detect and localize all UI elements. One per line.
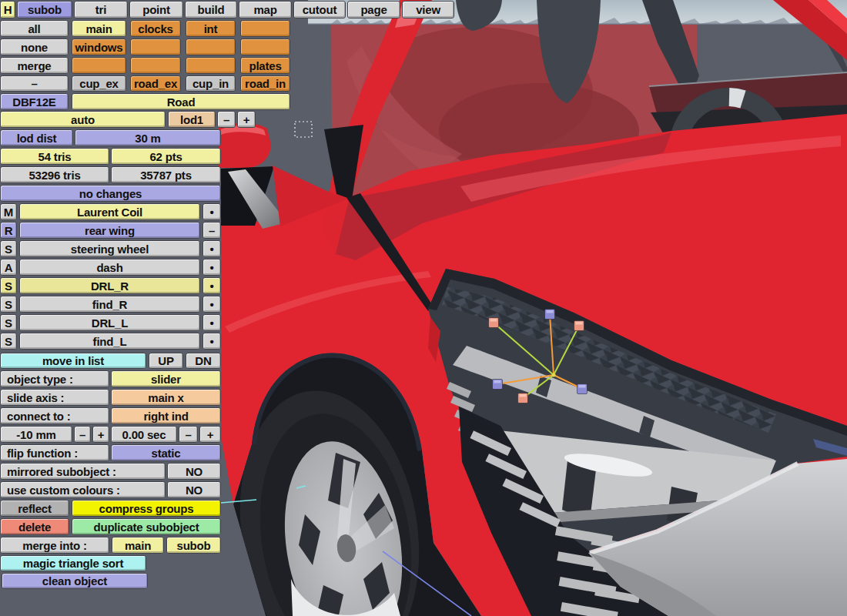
use-custom-colours-label[interactable]: use custom colours :	[0, 481, 166, 498]
subobj-vis-drl-r[interactable]: •	[203, 277, 221, 294]
car-id-button[interactable]: DBF12E	[0, 93, 69, 110]
subobj-vis-drl-l[interactable]: •	[203, 314, 221, 331]
tab-map[interactable]: map	[239, 1, 292, 18]
use-custom-colours-value[interactable]: NO	[167, 481, 221, 498]
total-tris-count[interactable]: 53296 tris	[0, 166, 109, 183]
distance-plus-button[interactable]: +	[92, 426, 109, 443]
group-empty-2[interactable]	[130, 38, 181, 55]
select-none-button[interactable]: none	[0, 38, 69, 55]
flip-function-label[interactable]: flip function :	[0, 444, 109, 461]
tab-cutout[interactable]: cutout	[293, 1, 346, 18]
lod-dist-value[interactable]: 30 m	[75, 129, 221, 146]
move-down-button[interactable]: DN	[186, 353, 221, 369]
lod-dist-label[interactable]: lod dist	[0, 129, 73, 146]
connect-to-label[interactable]: connect to :	[0, 407, 109, 424]
slide-axis-value[interactable]: main x	[111, 389, 221, 406]
status-no-changes[interactable]: no changes	[0, 185, 221, 202]
tab-point[interactable]: point	[129, 1, 183, 18]
group-int[interactable]: int	[186, 20, 236, 37]
group-road-ex[interactable]: road_ex	[130, 75, 181, 92]
subobj-vis-laurent-coil[interactable]: •	[203, 203, 221, 220]
gizmo-handle-upper-left-highlight	[490, 319, 497, 322]
subobj-type-r[interactable]: R	[0, 222, 17, 239]
distance-minus-button[interactable]: –	[74, 426, 91, 443]
group-main[interactable]: main	[72, 20, 126, 37]
gizmo-handle-upper-right-highlight	[576, 322, 583, 325]
gizmo-handle-bottom-highlight	[520, 394, 527, 397]
merge-into-main-button[interactable]: main	[112, 537, 164, 554]
slide-distance-value[interactable]: -10 mm	[0, 426, 72, 443]
subobj-type-m[interactable]: M	[0, 203, 17, 220]
mirrored-subobject-value[interactable]: NO	[167, 463, 221, 480]
select-all-button[interactable]: all	[0, 20, 69, 37]
tab-h[interactable]: H	[0, 1, 15, 18]
total-pts-count[interactable]: 35787 pts	[111, 166, 221, 183]
move-in-list-label[interactable]: move in list	[0, 353, 146, 369]
subobj-vis-dash[interactable]: •	[203, 259, 221, 276]
group-cup-in[interactable]: cup_in	[186, 75, 236, 92]
group-plates[interactable]: plates	[240, 57, 290, 74]
tab-view[interactable]: view	[402, 1, 454, 18]
tab-build[interactable]: build	[185, 1, 237, 18]
merge-button[interactable]: merge	[0, 57, 69, 74]
tab-page[interactable]: page	[347, 1, 400, 18]
slide-time-value[interactable]: 0.00 sec	[111, 426, 177, 443]
clean-object-button[interactable]: clean object	[2, 573, 148, 589]
reflect-button[interactable]: reflect	[0, 500, 69, 517]
subobj-type-a[interactable]: A	[0, 259, 17, 276]
time-minus-button[interactable]: –	[179, 426, 198, 443]
auto-button[interactable]: auto	[0, 111, 166, 128]
subobj-dash[interactable]: dash	[19, 259, 200, 276]
group-empty-3[interactable]	[186, 38, 236, 55]
subobj-type-s4[interactable]: S	[0, 314, 17, 331]
subobj-type-s5[interactable]: S	[0, 333, 17, 350]
subobj-laurent-coil[interactable]: Laurent Coil	[19, 203, 200, 220]
merge-into-subob-button[interactable]: subob	[166, 537, 221, 554]
subobj-drl-r-selected[interactable]: DRL_R	[19, 277, 200, 294]
subobj-rear-wing[interactable]: rear wing	[19, 222, 200, 239]
subobj-find-l[interactable]: find_L	[19, 333, 200, 350]
delete-button[interactable]: delete	[0, 518, 69, 535]
compress-groups-button[interactable]: compress groups	[72, 500, 221, 517]
subobj-steering-wheel[interactable]: steering wheel	[19, 240, 200, 257]
connect-to-value[interactable]: right ind	[111, 407, 221, 424]
mirrored-subobject-label[interactable]: mirrored subobject :	[0, 463, 166, 480]
group-windows[interactable]: windows	[72, 38, 126, 55]
tab-tri[interactable]: tri	[74, 1, 128, 18]
group-road-in[interactable]: road_in	[240, 75, 290, 92]
group-empty-7[interactable]	[186, 57, 236, 74]
subobj-vis-rear-wing[interactable]: –	[203, 222, 221, 239]
group-empty-4[interactable]	[240, 38, 290, 55]
lod-minus-button[interactable]: –	[217, 111, 236, 128]
subobj-vis-find-l[interactable]: •	[203, 333, 221, 350]
subobj-type-s3[interactable]: S	[0, 296, 17, 313]
tab-subob[interactable]: subob	[17, 1, 72, 18]
selected-tris-count[interactable]: 54 tris	[0, 148, 109, 165]
group-clocks[interactable]: clocks	[130, 20, 181, 37]
lod-plus-button[interactable]: +	[237, 111, 256, 128]
gizmo-center-point[interactable]	[552, 373, 556, 377]
group-minus-button[interactable]: –	[0, 75, 69, 92]
subobj-find-r[interactable]: find_R	[19, 296, 200, 313]
group-empty-6[interactable]	[130, 57, 181, 74]
subobj-type-s2[interactable]: S	[0, 277, 17, 294]
slide-axis-label[interactable]: slide axis :	[0, 389, 109, 406]
road-button[interactable]: Road	[72, 93, 290, 110]
subobj-drl-l[interactable]: DRL_L	[19, 314, 200, 331]
group-empty-1[interactable]	[240, 20, 290, 37]
duplicate-subobject-button[interactable]: duplicate subobject	[72, 518, 221, 535]
subobj-vis-find-r[interactable]: •	[203, 296, 221, 313]
lod1-button[interactable]: lod1	[168, 111, 216, 128]
merge-into-label[interactable]: merge into :	[0, 537, 109, 554]
object-type-value[interactable]: slider	[111, 370, 221, 387]
object-type-label[interactable]: object type :	[0, 370, 109, 387]
selected-pts-count[interactable]: 62 pts	[111, 148, 221, 165]
time-plus-button[interactable]: +	[199, 426, 221, 443]
magic-triangle-sort-button[interactable]: magic triangle sort	[0, 555, 146, 571]
group-cup-ex[interactable]: cup_ex	[72, 75, 126, 92]
subobj-type-s1[interactable]: S	[0, 240, 17, 257]
move-up-button[interactable]: UP	[149, 353, 183, 369]
group-empty-5[interactable]	[72, 57, 126, 74]
subobj-vis-steering-wheel[interactable]: •	[203, 240, 221, 257]
flip-function-value[interactable]: static	[111, 444, 221, 461]
